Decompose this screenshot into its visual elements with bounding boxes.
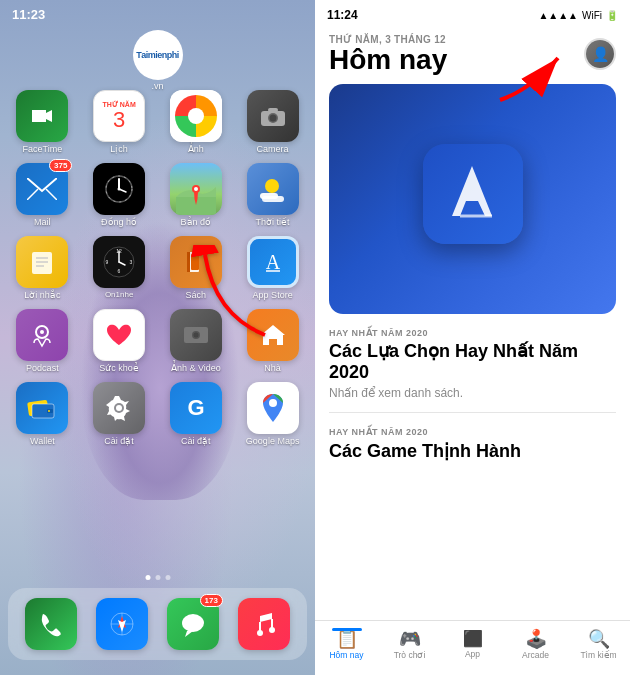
svg-text:3: 3 [130, 259, 133, 265]
featured-tag: HAY NHẤT NĂM 2020 [329, 328, 616, 338]
featured-title: Các Lựa Chọn Hay Nhất Năm 2020 [329, 341, 616, 384]
app-photos2[interactable]: Ảnh & Video [162, 309, 231, 374]
svg-rect-6 [268, 108, 278, 112]
featured-card[interactable] [329, 84, 616, 314]
signal-icon: ▲▲▲▲ [538, 10, 578, 21]
app-icon-podcast[interactable] [16, 309, 68, 361]
tab-apps[interactable]: ⬛ App [441, 631, 504, 659]
svg-rect-22 [260, 193, 278, 199]
app-icon-home[interactable] [247, 309, 299, 361]
tab-arcade[interactable]: 🕹️ Arcade [504, 630, 567, 660]
app-icon-health[interactable] [93, 309, 145, 361]
app-label-maps: Bản đồ [181, 218, 212, 228]
app-home[interactable]: Nhà [238, 309, 307, 374]
app-translate[interactable]: G Cài đặt [162, 382, 231, 447]
svg-point-66 [269, 627, 275, 633]
app-label-clock2: On1nhe [105, 291, 133, 300]
svg-marker-1 [32, 110, 46, 122]
watermark-sub: .vn [151, 81, 163, 91]
app-label-photos: Ảnh [188, 145, 204, 155]
app-camera[interactable]: Camera [238, 90, 307, 155]
svg-point-16 [118, 187, 121, 190]
section2-tag: HAY NHẤT NĂM 2020 [329, 427, 616, 437]
app-icon-photos[interactable] [170, 90, 222, 142]
svg-point-55 [269, 399, 277, 407]
app-icon-clock[interactable] [93, 163, 145, 215]
app-notes[interactable]: Lời nhắc [8, 236, 77, 301]
app-label-weather: Thời tiết [256, 218, 290, 228]
tab-label-games: Trò chơi [394, 650, 426, 660]
tab-icon-today: 📋 [336, 630, 358, 648]
app-icon-translate[interactable]: G [170, 382, 222, 434]
dock-phone[interactable] [25, 598, 77, 650]
app-icon-appstore[interactable]: A [247, 236, 299, 288]
svg-text:6: 6 [118, 268, 121, 274]
tab-label-search: Tìm kiếm [580, 650, 616, 660]
app-grid: FaceTime THỨ NĂM 3 Lịch Ảnh [8, 90, 307, 446]
app-mail[interactable]: 375 Mail [8, 163, 77, 228]
dot-3 [165, 575, 170, 580]
dock-icon-messages[interactable]: 173 [167, 598, 219, 650]
app-gmaps[interactable]: Google Maps [238, 382, 307, 447]
app-clock[interactable]: Đồng hồ [85, 163, 154, 228]
svg-point-19 [194, 187, 198, 191]
mail-badge: 375 [49, 159, 72, 172]
tab-today[interactable]: 📋 Hôm nay [315, 630, 378, 660]
app-photos[interactable]: Ảnh [162, 90, 231, 155]
app-podcast[interactable]: Podcast [8, 309, 77, 374]
featured-subtitle: Nhấn để xem danh sách. [329, 386, 616, 400]
tab-games[interactable]: 🎮 Trò chơi [378, 630, 441, 660]
app-icon-gmaps[interactable] [247, 382, 299, 434]
tab-search[interactable]: 🔍 Tìm kiếm [567, 630, 630, 660]
dock-icon-safari[interactable] [96, 598, 148, 650]
app-icon-calendar[interactable]: THỨ NĂM 3 [93, 90, 145, 142]
tab-icon-arcade: 🕹️ [525, 630, 547, 648]
app-icon-camera[interactable] [247, 90, 299, 142]
svg-point-44 [193, 332, 198, 337]
app-icon-books[interactable] [170, 236, 222, 288]
svg-point-61 [182, 614, 204, 632]
app-icon-photos2[interactable] [170, 309, 222, 361]
svg-rect-23 [32, 252, 52, 274]
app-label-books: Sách [186, 291, 207, 301]
dot-2 [155, 575, 160, 580]
app-calendar[interactable]: THỨ NĂM 3 Lịch [85, 90, 154, 155]
avatar-inner: 👤 [586, 40, 614, 68]
messages-badge: 173 [200, 594, 223, 607]
app-icon-weather[interactable] [247, 163, 299, 215]
app-icon-maps[interactable] [170, 163, 222, 215]
app-maps[interactable]: Bản đồ [162, 163, 231, 228]
left-panel: 11:23 Taimienphi .vn FaceTime THỨ NĂM 3 … [0, 0, 315, 675]
dock-music[interactable] [238, 598, 290, 650]
app-weather[interactable]: Thời tiết [238, 163, 307, 228]
app-label-facetime: FaceTime [23, 145, 63, 155]
page-dots [145, 575, 170, 580]
app-books[interactable]: Sách [162, 236, 231, 301]
app-label-calendar: Lịch [110, 145, 128, 155]
svg-point-41 [40, 330, 44, 334]
tab-icon-search: 🔍 [588, 630, 610, 648]
app-icon-settings[interactable] [93, 382, 145, 434]
app-wallet[interactable]: Wallet [8, 382, 77, 447]
app-health[interactable]: Sức khoẻ [85, 309, 154, 374]
tab-label-apps: App [465, 649, 480, 659]
tab-icon-games: 🎮 [399, 630, 421, 648]
app-icon-notes[interactable] [16, 236, 68, 288]
app-icon-mail[interactable]: 375 [16, 163, 68, 215]
avatar-button[interactable]: 👤 [584, 38, 616, 70]
svg-point-65 [257, 630, 263, 636]
app-appstore[interactable]: A App Store [238, 236, 307, 301]
dock-icon-music[interactable] [238, 598, 290, 650]
app-icon-wallet[interactable] [16, 382, 68, 434]
app-icon-clock2[interactable]: 12693 [93, 236, 145, 288]
dock-messages[interactable]: 173 [167, 598, 219, 650]
app-settings[interactable]: Cài đặt [85, 382, 154, 447]
right-panel: 11:24 ▲▲▲▲ WiFi 🔋 THỨ NĂM, 3 THÁNG 12 Hô… [315, 0, 630, 675]
app-clock2[interactable]: 12693 On1nhe [85, 236, 154, 301]
dock-icon-phone[interactable] [25, 598, 77, 650]
tab-indicator-today [332, 628, 362, 631]
svg-marker-45 [261, 325, 285, 345]
app-facetime[interactable]: FaceTime [8, 90, 77, 155]
app-icon-facetime[interactable] [16, 90, 68, 142]
dock-safari[interactable] [96, 598, 148, 650]
